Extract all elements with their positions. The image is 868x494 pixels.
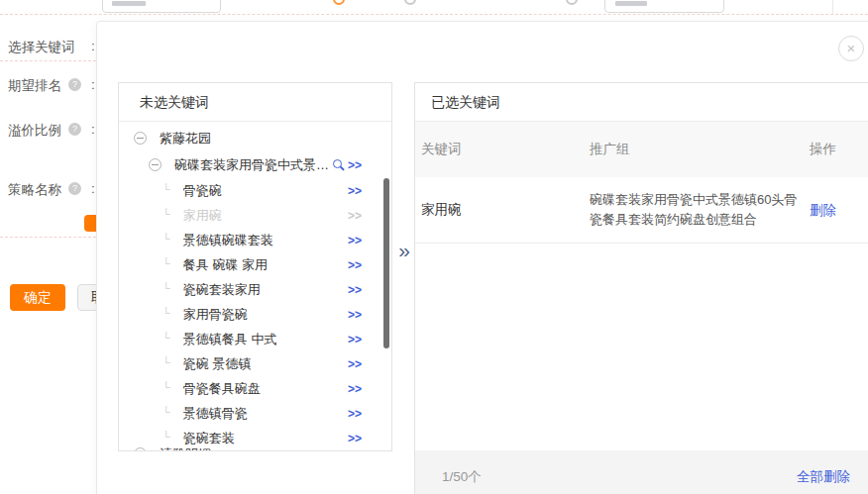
transfer-right-icon[interactable]: » — [394, 239, 414, 262]
field-row-select-keywords: 选择关键词 : — [0, 39, 96, 54]
tree-row-actions: >> — [348, 234, 362, 247]
tree-branch-icon — [163, 381, 170, 393]
tree-branch-icon — [163, 183, 170, 195]
warning-icon — [333, 0, 345, 5]
field-row-strategy-name: 策略名称 : — [0, 181, 96, 197]
tree-item-label[interactable]: 家用碗 — [183, 207, 222, 225]
tree-group-row: 紫藤花园 — [119, 125, 391, 151]
tree-row-actions: >> — [348, 407, 362, 421]
form-input-truncated-1[interactable] — [102, 0, 221, 13]
field-row-expected-rank: 期望排名 : — [0, 77, 96, 93]
tree-item-label[interactable]: 骨瓷餐具碗盘 — [183, 380, 261, 398]
tree-branch-icon — [163, 282, 170, 294]
illegible-text — [112, 1, 146, 6]
field-label: 溢价比例 — [8, 122, 61, 140]
field-row-premium-ratio: 溢价比例 : — [0, 122, 96, 138]
delete-link[interactable]: 删除 — [810, 203, 836, 218]
question-icon[interactable] — [68, 78, 81, 91]
divider — [0, 14, 868, 15]
table-header: 关键词推广组操作 — [415, 122, 868, 177]
tree-keyword-row: 家用骨瓷碗>> — [119, 302, 391, 327]
divider — [832, 0, 833, 14]
search-icon[interactable] — [333, 158, 345, 171]
tree-row-actions: >> — [348, 308, 362, 322]
tree-keyword-row: 家用碗>> — [119, 203, 391, 228]
tree-branch-icon — [163, 356, 170, 368]
illegible-text — [615, 1, 647, 6]
selected-footer: 1/50个 全部删除 — [415, 450, 868, 494]
add-keyword-link[interactable]: >> — [348, 333, 362, 346]
tree-keyword-row: 景德镇碗碟套装>> — [119, 228, 391, 252]
tree-branch-icon — [163, 307, 170, 319]
tree-item-label[interactable]: 碗碟套装家用骨瓷中式景德镇... — [174, 156, 333, 174]
keyword-select-modal: × 未选关键词 紫藤花园碗碟套装家用骨瓷中式景德镇...>>骨瓷碗>>家用碗>>… — [96, 21, 868, 494]
delete-all-link[interactable]: 全部删除 — [797, 468, 868, 486]
tree-branch-icon — [163, 431, 170, 443]
tree-product-row: 碗碟套装家用骨瓷中式景德镇...>> — [119, 151, 391, 178]
confirm-button[interactable]: 确定 — [10, 284, 65, 311]
tree-branch-icon — [163, 257, 170, 269]
tree-item-label[interactable]: 瓷碗套装家用 — [183, 281, 261, 299]
tree-item-label[interactable]: 清雅明媚 — [160, 445, 211, 451]
tree-keyword-row: 景德镇餐具 中式>> — [119, 327, 391, 351]
colon: : — [91, 181, 95, 196]
tree-branch-icon — [163, 208, 170, 220]
tree-row-actions: >> — [348, 184, 362, 198]
collapse-icon[interactable] — [149, 158, 162, 171]
tree-row-actions: >> — [348, 209, 362, 223]
panel-title: 未选关键词 — [119, 83, 391, 122]
collapse-icon[interactable] — [134, 132, 147, 145]
tree-branch-icon — [163, 406, 170, 418]
tree-keyword-row: 瓷碗套装家用>> — [119, 277, 391, 302]
tree-keyword-row: 餐具 碗碟 家用>> — [119, 252, 391, 277]
keyword-cell: 家用碗 — [421, 201, 590, 219]
add-keyword-link[interactable]: >> — [348, 209, 362, 223]
tree-item-label[interactable]: 景德镇餐具 中式 — [183, 331, 277, 348]
tree-keyword-row: 瓷碗 景德镇>> — [119, 351, 391, 376]
tree-row-actions: >> — [333, 158, 362, 172]
panel-title: 已选关键词 — [415, 83, 868, 122]
add-keyword-link[interactable]: >> — [348, 258, 362, 272]
help-icon — [404, 0, 416, 5]
close-icon[interactable]: × — [838, 36, 864, 61]
add-keyword-link[interactable]: >> — [348, 382, 362, 396]
tree-item-label[interactable]: 景德镇骨瓷 — [183, 405, 248, 423]
collapse-icon[interactable] — [134, 447, 147, 450]
question-icon[interactable] — [68, 182, 81, 195]
tree-row-actions: >> — [348, 357, 362, 371]
tree-row-actions: >> — [348, 333, 362, 346]
question-icon[interactable] — [68, 123, 81, 136]
column-header: 关键词 — [421, 141, 590, 158]
add-keyword-link[interactable]: >> — [348, 357, 362, 371]
keyword-tree: 紫藤花园碗碟套装家用骨瓷中式景德镇...>>骨瓷碗>>家用碗>>景德镇碗碟套装>… — [119, 122, 391, 450]
tree-item-label[interactable]: 瓷碗 景德镇 — [183, 355, 252, 373]
tree-row-actions: >> — [348, 382, 362, 396]
form-input-truncated-2[interactable] — [604, 0, 724, 13]
add-keyword-link[interactable]: >> — [348, 308, 362, 322]
tree-item-label[interactable]: 餐具 碗碟 家用 — [183, 256, 268, 274]
table-body: 家用碗碗碟套装家用骨瓷中式景德镇60头骨瓷餐具套装简约碗盘创意组合删除 — [415, 177, 868, 244]
adgroup-cell: 碗碟套装家用骨瓷中式景德镇60头骨瓷餐具套装简约碗盘创意组合 — [590, 190, 806, 230]
add-keyword-link[interactable]: >> — [348, 158, 362, 172]
tree-keyword-row: 骨瓷餐具碗盘>> — [119, 376, 391, 401]
selected-count: 1/50个 — [415, 468, 482, 486]
add-keyword-link[interactable]: >> — [348, 184, 362, 198]
action-cell: 删除 — [810, 201, 868, 220]
tree-item-label[interactable]: 骨瓷碗 — [183, 182, 222, 200]
add-keyword-link[interactable]: >> — [348, 407, 362, 421]
field-label: 期望排名 — [8, 77, 61, 95]
tree-keyword-row: 景德镇骨瓷>> — [119, 401, 391, 426]
colon: : — [91, 39, 95, 53]
field-label: 策略名称 — [8, 181, 61, 199]
scrollbar[interactable] — [383, 178, 389, 348]
tree-row-actions: >> — [348, 283, 362, 297]
tree-item-label[interactable]: 景德镇碗碟套装 — [183, 232, 273, 249]
add-keyword-link[interactable]: >> — [348, 234, 362, 247]
column-header: 操作 — [810, 141, 868, 158]
add-keyword-link[interactable]: >> — [348, 432, 362, 445]
tree-item-label[interactable]: 家用骨瓷碗 — [183, 306, 248, 324]
divider — [0, 60, 96, 61]
tree-branch-icon — [163, 332, 170, 344]
add-keyword-link[interactable]: >> — [348, 283, 362, 297]
tree-item-label[interactable]: 紫藤花园 — [160, 130, 211, 148]
